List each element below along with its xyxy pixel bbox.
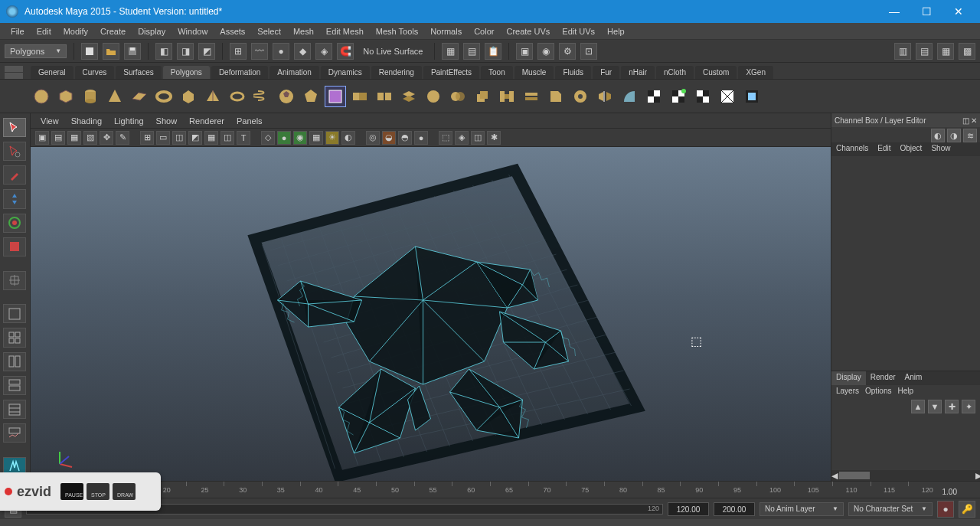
input-operations-button[interactable]: ▤ <box>463 43 480 60</box>
channel-object-tab[interactable]: Object <box>896 142 927 156</box>
poly-type-button[interactable] <box>325 86 346 107</box>
poly-prism-button[interactable] <box>178 86 199 107</box>
menu-edit-mesh[interactable]: Edit Mesh <box>320 25 370 38</box>
menu-color[interactable]: Color <box>468 25 500 38</box>
make-live-button[interactable]: 🧲 <box>337 43 354 60</box>
two-pane-side-button[interactable] <box>3 352 26 371</box>
shelf-tab-polygons[interactable]: Polygons <box>163 66 210 79</box>
gate-mask-button[interactable]: ◩ <box>188 131 202 145</box>
view-menu-lighting[interactable]: Lighting <box>109 116 149 126</box>
combine-button[interactable] <box>349 86 371 107</box>
menu-normals[interactable]: Normals <box>424 25 468 38</box>
snap-live-button[interactable]: ◈ <box>315 43 332 60</box>
auto-uv-button[interactable] <box>717 86 738 107</box>
selection-mask-hierarchy-button[interactable]: ◧ <box>155 43 172 60</box>
menu-help[interactable]: Help <box>601 25 631 38</box>
smooth-button[interactable] <box>423 86 444 107</box>
mirror-button[interactable] <box>594 86 616 107</box>
workspace-mode-dropdown[interactable]: Polygons▼ <box>5 44 67 58</box>
bookmarks-button[interactable]: ▦ <box>67 131 81 145</box>
depth-of-field-button[interactable]: ◫ <box>471 131 485 145</box>
ezvid-draw-button[interactable]: DRAW <box>113 483 136 500</box>
extract-button[interactable] <box>398 86 420 107</box>
move-tool-button[interactable] <box>3 189 26 208</box>
shelf-tab-surfaces[interactable]: Surfaces <box>116 66 161 79</box>
shelf-switcher[interactable] <box>5 66 23 79</box>
menu-create[interactable]: Create <box>94 25 132 38</box>
layer-display-tab[interactable]: Display <box>831 371 866 385</box>
wire-on-shaded-button[interactable]: ◉ <box>293 131 307 145</box>
lasso-tool-button[interactable] <box>3 142 26 161</box>
panel-close-button[interactable]: ✕ <box>971 116 977 125</box>
menu-edit[interactable]: Edit <box>31 25 57 38</box>
move-layer-up-button[interactable]: ▲ <box>911 400 925 413</box>
two-pane-stack-button[interactable] <box>3 376 26 395</box>
menu-file[interactable]: File <box>5 25 31 38</box>
append-button[interactable] <box>521 86 542 107</box>
snap-curve-button[interactable]: 〰 <box>251 43 268 60</box>
screen-space-ao-button[interactable]: ● <box>414 131 428 145</box>
wireframe-button[interactable]: ◇ <box>261 131 275 145</box>
cylindrical-uv-button[interactable] <box>668 86 689 107</box>
grid-toggle-button[interactable]: ⊞ <box>140 131 154 145</box>
playback-start-field[interactable]: 120.00 <box>668 502 709 516</box>
poly-plane-button[interactable] <box>129 86 150 107</box>
shelf-tab-dynamics[interactable]: Dynamics <box>321 66 370 79</box>
planar-uv-button[interactable] <box>643 86 665 107</box>
toggle-modeling-toolkit-button[interactable]: ▩ <box>959 43 975 60</box>
poly-platonic-button[interactable] <box>300 86 322 107</box>
auto-key-button[interactable]: ● <box>937 501 954 518</box>
shelf-tab-deformation[interactable]: Deformation <box>211 66 268 79</box>
character-set-dropdown[interactable]: No Character Set▼ <box>848 502 933 516</box>
exposure-button[interactable]: ✱ <box>487 131 501 145</box>
separate-button[interactable] <box>374 86 395 107</box>
shelf-tab-custom[interactable]: Custom <box>695 66 737 79</box>
channel-show-tab[interactable]: Show <box>926 142 955 156</box>
shelf-tab-animation[interactable]: Animation <box>270 66 318 79</box>
poly-cone-button[interactable] <box>104 86 126 107</box>
channel-manip-button[interactable]: ◐ <box>931 129 945 142</box>
toggle-tool-settings-button[interactable]: ▤ <box>916 43 933 60</box>
extrude-button[interactable] <box>472 86 493 107</box>
channel-hyperbolic-button[interactable]: ≋ <box>963 129 977 142</box>
copy-button[interactable]: 📋 <box>485 43 501 60</box>
shelf-tab-muscle[interactable]: Muscle <box>514 66 554 79</box>
close-button[interactable]: ✕ <box>943 2 974 21</box>
new-scene-button[interactable] <box>81 43 98 60</box>
xray-joints-button[interactable]: ◓ <box>398 131 412 145</box>
uv-editor-button[interactable] <box>741 86 763 107</box>
render-view-button[interactable]: ⊡ <box>580 43 597 60</box>
layer-render-tab[interactable]: Render <box>866 371 900 385</box>
view-menu-renderer[interactable]: Renderer <box>184 116 230 126</box>
layer-help-menu[interactable]: Help <box>897 387 913 395</box>
smooth-shade-button[interactable]: ● <box>277 131 291 145</box>
image-plane-button[interactable]: ▧ <box>83 131 97 145</box>
bridge-button[interactable] <box>496 86 518 107</box>
view-menu-show[interactable]: Show <box>151 116 183 126</box>
save-scene-button[interactable] <box>124 43 141 60</box>
selection-mask-component-button[interactable]: ◩ <box>198 43 215 60</box>
2d-pan-button[interactable]: ✥ <box>100 131 113 145</box>
four-pane-button[interactable] <box>3 328 26 347</box>
maximize-button[interactable]: ☐ <box>911 2 942 21</box>
poly-pyramid-button[interactable] <box>202 86 224 107</box>
render-frame-button[interactable]: ▣ <box>516 43 533 60</box>
safe-action-button[interactable]: ◫ <box>220 131 234 145</box>
use-lights-button[interactable]: ☀ <box>325 131 339 145</box>
shadows-button[interactable]: ◐ <box>341 131 355 145</box>
open-scene-button[interactable] <box>103 43 119 60</box>
poly-soccer-button[interactable] <box>276 86 297 107</box>
menu-display[interactable]: Display <box>132 25 172 38</box>
shelf-tab-xgen[interactable]: XGen <box>738 66 773 79</box>
poly-cube-button[interactable] <box>55 86 77 107</box>
grease-pencil-button[interactable]: ✎ <box>116 131 129 145</box>
axis-gizmo[interactable] <box>54 447 77 470</box>
film-gate-button[interactable]: ▭ <box>156 131 170 145</box>
poly-pipe-button[interactable] <box>227 86 248 107</box>
view-menu-panels[interactable]: Panels <box>231 116 268 126</box>
menu-mesh[interactable]: Mesh <box>287 25 320 38</box>
toggle-attribute-editor-button[interactable]: ▥ <box>894 43 911 60</box>
layers-menu[interactable]: Layers <box>836 387 859 395</box>
fill-hole-button[interactable] <box>570 86 591 107</box>
resolution-gate-button[interactable]: ◫ <box>172 131 186 145</box>
